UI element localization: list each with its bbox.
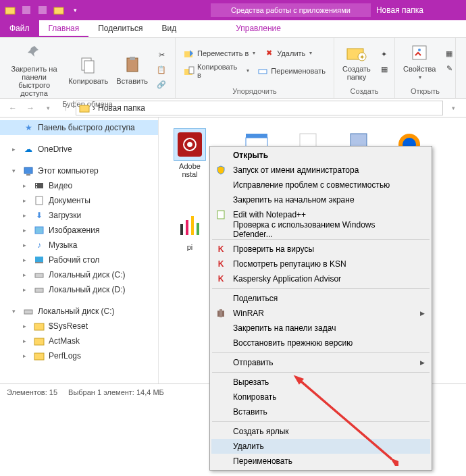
forward-button[interactable]: → bbox=[23, 101, 38, 115]
tree-disk-c-root[interactable]: ▾Локальный диск (C:) bbox=[0, 304, 158, 319]
menu-shortcut[interactable]: Создать ярлык bbox=[211, 424, 430, 439]
edit-small-button[interactable]: ✎ bbox=[441, 62, 457, 76]
submenu-arrow-icon: ▶ bbox=[420, 310, 425, 317]
delete-icon: ✖ bbox=[263, 48, 274, 59]
winrar-icon bbox=[214, 308, 228, 319]
open-small-button[interactable]: ▦ bbox=[441, 47, 457, 61]
menu-send-to[interactable]: Отправить▶ bbox=[211, 355, 430, 370]
tree-downloads[interactable]: ▸⬇Загрузки bbox=[0, 208, 158, 223]
menu-share[interactable]: Поделиться bbox=[211, 291, 430, 306]
svg-rect-43 bbox=[191, 216, 194, 235]
downloads-icon: ⬇ bbox=[34, 210, 45, 221]
tree-disk-d[interactable]: ▸Локальный диск (D:) bbox=[0, 282, 158, 297]
status-size: 14,4 МБ bbox=[136, 388, 164, 396]
qat-dropdown[interactable]: ▾ bbox=[68, 3, 82, 18]
navigation-pane: ★Панель быстрого доступа ▸☁OneDrive ▾Это… bbox=[0, 117, 159, 384]
tab-manage[interactable]: Управление bbox=[203, 20, 313, 37]
file-item[interactable]: pi bbox=[170, 209, 210, 251]
menu-pin-start[interactable]: Закрепить на начальном экране bbox=[211, 192, 430, 207]
tree-quick-access[interactable]: ★Панель быстрого доступа bbox=[0, 120, 158, 135]
kaspersky-icon: K bbox=[214, 273, 228, 284]
menu-run-admin[interactable]: Запуск от имени администратора bbox=[211, 163, 430, 178]
pin-button[interactable]: Закрепить на панели быстрого доступа bbox=[5, 41, 63, 99]
tree-perflogs[interactable]: ▸PerfLogs bbox=[0, 348, 158, 363]
ribbon-tabs: Файл Главная Поделиться Вид Управление bbox=[0, 20, 466, 38]
desktop-icon bbox=[34, 255, 45, 265]
menu-copy[interactable]: Копировать bbox=[211, 390, 430, 404]
easy-access-button[interactable]: ▦ bbox=[376, 62, 392, 76]
menu-cut[interactable]: Вырезать bbox=[211, 375, 430, 390]
delete-button[interactable]: ✖Удалить▾ bbox=[261, 47, 315, 60]
menu-ksn[interactable]: KПосмотреть репутацию в KSN bbox=[211, 257, 430, 271]
tree-videos[interactable]: ▸Видео bbox=[0, 178, 158, 193]
tree-sysreset[interactable]: ▸$SysReset bbox=[0, 319, 158, 334]
menu-troubleshoot[interactable]: Исправление проблем с совместимостью bbox=[211, 178, 430, 192]
svg-rect-15 bbox=[413, 46, 426, 59]
properties-button[interactable]: Свойства ▾ bbox=[400, 41, 438, 82]
video-icon bbox=[34, 180, 45, 191]
kaspersky-icon: K bbox=[214, 244, 228, 255]
copy-button[interactable]: Копировать bbox=[66, 53, 111, 86]
path-current[interactable]: Новая папка bbox=[98, 103, 145, 113]
link-icon: 🔗 bbox=[156, 79, 167, 90]
address-bar: ← → ▾ ↑ › Новая папка ▾ bbox=[0, 99, 466, 117]
refresh-button[interactable]: ▾ bbox=[446, 101, 461, 115]
menu-pin-taskbar[interactable]: Закрепить на панели задач bbox=[211, 321, 430, 336]
copy-to-button[interactable]: Копировать в▾ bbox=[181, 61, 252, 80]
svg-rect-41 bbox=[180, 224, 183, 235]
path-box[interactable]: › Новая папка bbox=[76, 101, 443, 115]
back-button[interactable]: ← bbox=[5, 101, 20, 115]
svg-rect-2 bbox=[38, 6, 47, 14]
tree-desktop[interactable]: ▸Рабочий стол bbox=[0, 253, 158, 267]
tree-documents[interactable]: ▸Документы bbox=[0, 193, 158, 208]
tree-this-pc[interactable]: ▾Этот компьютер bbox=[0, 163, 158, 178]
paste-button[interactable]: Вставить bbox=[113, 53, 151, 86]
menu-winrar[interactable]: WinRAR▶ bbox=[211, 306, 430, 321]
adobe-icon bbox=[174, 128, 206, 161]
menu-delete[interactable]: Удалить bbox=[211, 439, 430, 454]
tab-home[interactable]: Главная bbox=[39, 20, 89, 37]
svg-rect-21 bbox=[36, 184, 37, 185]
qat-item[interactable] bbox=[35, 3, 50, 18]
svg-rect-1 bbox=[22, 6, 30, 14]
tree-actmask[interactable]: ▸ActMask bbox=[0, 334, 158, 348]
cut-small-button[interactable]: ✂ bbox=[153, 48, 170, 61]
file-adobe[interactable]: Adobe nstal bbox=[170, 128, 210, 178]
ribbon: Закрепить на панели быстрого доступа Коп… bbox=[0, 38, 466, 99]
folder-icon bbox=[3, 3, 18, 18]
up-button[interactable]: ↑ bbox=[58, 101, 73, 115]
move-to-button[interactable]: Переместить в▾ bbox=[181, 47, 258, 60]
tab-file[interactable]: Файл bbox=[0, 20, 39, 37]
menu-paste[interactable]: Вставить bbox=[211, 404, 430, 419]
tree-music[interactable]: ▸♪Музыка bbox=[0, 238, 158, 253]
new-item-button[interactable]: ✦ bbox=[376, 47, 392, 61]
menu-virus-check[interactable]: KПроверить на вирусы bbox=[211, 242, 430, 257]
paste-shortcut-button[interactable]: 🔗 bbox=[153, 78, 170, 91]
tree-disk-c[interactable]: ▸Локальный диск (C:) bbox=[0, 267, 158, 282]
menu-defender[interactable]: Проверка с использованием Windows Defend… bbox=[211, 222, 430, 237]
menu-rename[interactable]: Переименовать bbox=[211, 454, 430, 469]
tab-view[interactable]: Вид bbox=[152, 20, 186, 37]
svg-rect-30 bbox=[34, 323, 44, 330]
menu-kaspersky[interactable]: KKaspersky Application Advisor bbox=[211, 271, 430, 286]
copy-path-button[interactable]: 📋 bbox=[153, 63, 170, 76]
rename-button[interactable]: Переименовать bbox=[255, 64, 328, 78]
copy-to-icon bbox=[184, 65, 195, 76]
menu-restore[interactable]: Восстановить прежнюю версию bbox=[211, 336, 430, 350]
svg-rect-27 bbox=[35, 273, 43, 277]
rename-icon bbox=[257, 65, 268, 76]
tree-pictures[interactable]: ▸Изображения bbox=[0, 223, 158, 238]
qat-item[interactable] bbox=[19, 3, 34, 18]
pc-icon bbox=[23, 165, 34, 176]
tab-share[interactable]: Поделиться bbox=[88, 20, 152, 37]
recent-dropdown[interactable]: ▾ bbox=[41, 101, 55, 115]
tree-onedrive[interactable]: ▸☁OneDrive bbox=[0, 142, 158, 157]
path-separator: › bbox=[93, 103, 95, 113]
svg-rect-26 bbox=[35, 262, 43, 263]
kaspersky-icon: K bbox=[214, 259, 228, 269]
new-folder-button[interactable]: ✦ Создать папку bbox=[340, 41, 373, 82]
svg-rect-0 bbox=[5, 7, 15, 14]
pin-label: Закрепить на панели быстрого доступа bbox=[8, 65, 60, 97]
menu-open[interactable]: Открыть bbox=[211, 148, 430, 163]
svg-rect-47 bbox=[219, 309, 222, 317]
